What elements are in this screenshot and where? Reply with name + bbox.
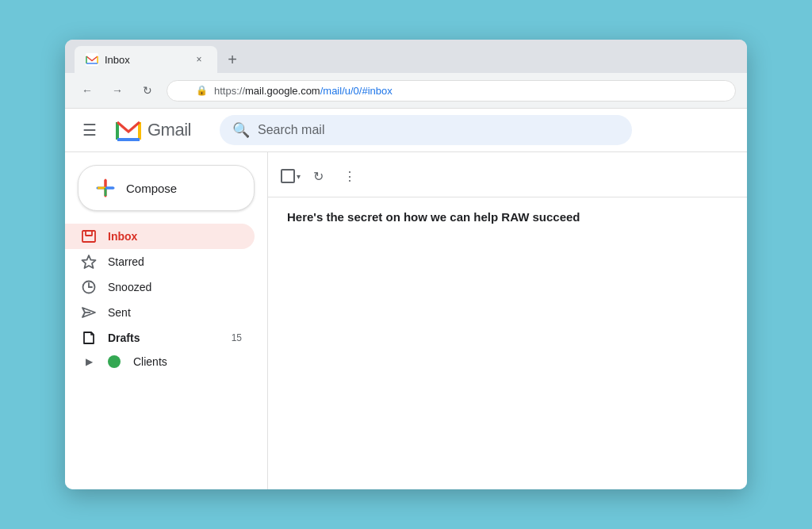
search-bar[interactable]: 🔍 Search mail — [220, 115, 632, 145]
drafts-label: Drafts — [108, 332, 220, 344]
chevron-down-icon[interactable]: ▾ — [297, 172, 301, 181]
tab-bar: Inbox × + — [65, 40, 747, 73]
drafts-badge: 15 — [232, 332, 242, 343]
url-domain: mail.google.com — [245, 85, 320, 97]
sidebar-item-starred[interactable]: Starred — [65, 249, 255, 274]
gmail-header: ☰ Gmail 🔍 Search mail — [65, 109, 747, 152]
sent-label: Sent — [108, 306, 242, 319]
gmail-logo-text: Gmail — [147, 120, 191, 140]
tab-close-button[interactable]: × — [192, 52, 206, 67]
inbox-label: Inbox — [108, 230, 242, 243]
tab-title: Inbox — [105, 54, 130, 66]
starred-label: Starred — [108, 255, 242, 268]
sidebar-item-clients[interactable]: ▶ Clients — [65, 351, 255, 373]
main-content: ▾ ↻ ⋮ Here's the secret on how we can he… — [268, 152, 747, 489]
checkbox-box[interactable] — [281, 169, 295, 183]
sent-icon — [81, 305, 97, 320]
snoozed-label: Snoozed — [108, 281, 242, 293]
select-all-checkbox[interactable]: ▾ — [281, 169, 301, 183]
drafts-icon — [81, 330, 97, 346]
svg-marker-10 — [82, 255, 96, 268]
url-text: https://mail.google.com/mail/u/0/#inbox — [214, 85, 393, 97]
tab-favicon — [86, 53, 98, 66]
toolbar: ▾ ↻ ⋮ — [268, 159, 747, 197]
url-bar[interactable]: 🔒 https://mail.google.com/mail/u/0/#inbo… — [167, 80, 736, 102]
forward-button[interactable]: → — [106, 79, 128, 102]
clients-color-dot — [108, 355, 121, 368]
back-button[interactable]: ← — [76, 79, 98, 102]
gmail-app: ☰ Gmail 🔍 Search mail — [65, 109, 747, 489]
browser-window: Inbox × + ← → ↻ 🔒 https://mail.google.co… — [65, 40, 747, 489]
url-protocol: https:// — [214, 85, 245, 97]
sidebar-item-sent[interactable]: Sent — [65, 300, 255, 325]
sidebar: Compose Inbox — [65, 152, 268, 489]
sidebar-item-snoozed[interactable]: Snoozed — [65, 274, 255, 300]
active-tab[interactable]: Inbox × — [75, 46, 217, 73]
gmail-body: Compose Inbox — [65, 152, 747, 489]
gmail-m-logo — [114, 116, 143, 144]
search-icon: 🔍 — [232, 121, 250, 139]
snoozed-icon — [81, 279, 97, 295]
clients-expand-icon: ▶ — [81, 356, 97, 367]
address-bar: ← → ↻ 🔒 https://mail.google.com/mail/u/0… — [65, 73, 747, 109]
clients-label: Clients — [133, 355, 242, 368]
refresh-mail-button[interactable]: ↻ — [304, 162, 332, 190]
url-path: /mail/u/0/#inbox — [320, 85, 393, 97]
svg-rect-8 — [82, 231, 95, 242]
svg-rect-9 — [86, 231, 92, 236]
email-subject[interactable]: Here's the secret on how we can help RAW… — [268, 197, 747, 236]
sidebar-item-inbox[interactable]: Inbox — [65, 224, 255, 249]
more-options-button[interactable]: ⋮ — [335, 162, 364, 190]
search-placeholder: Search mail — [258, 123, 619, 137]
lock-icon: 🔒 — [196, 85, 208, 96]
refresh-button[interactable]: ↻ — [136, 79, 159, 102]
new-tab-button[interactable]: + — [220, 48, 244, 71]
menu-icon[interactable]: ☰ — [78, 116, 102, 144]
inbox-icon — [81, 228, 97, 244]
compose-plus-icon — [94, 177, 117, 199]
compose-button[interactable]: Compose — [78, 165, 255, 211]
compose-label: Compose — [126, 182, 177, 195]
starred-icon — [81, 254, 97, 270]
gmail-logo: Gmail — [114, 116, 191, 144]
sidebar-item-drafts[interactable]: Drafts 15 — [65, 325, 255, 351]
